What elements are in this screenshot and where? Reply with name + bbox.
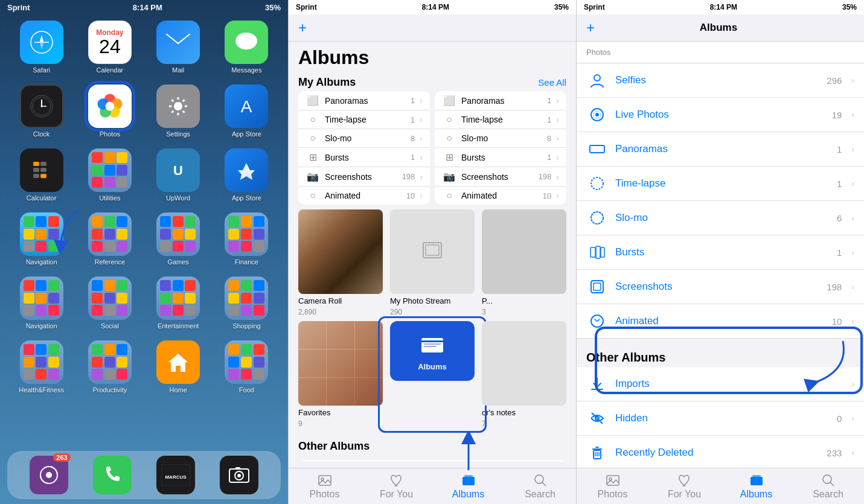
svg-rect-60 <box>590 145 604 153</box>
p-album-cell[interactable]: P... 3 <box>482 209 566 316</box>
favorites-name: Favorites <box>298 408 383 417</box>
hidden-detail-row[interactable]: Hidden 0 › <box>577 401 864 436</box>
other-albums-header-2: Other Albums <box>289 433 576 455</box>
notes-name: or's notes <box>482 408 566 417</box>
app-entertainment-folder[interactable]: Entertainment <box>147 276 210 330</box>
animated-row-left[interactable]: ○ Animated 10 › <box>298 187 430 205</box>
notes-thumb <box>482 321 566 406</box>
slomo-row-left[interactable]: ○ Slo-mo 8 › <box>298 129 430 148</box>
bursts-detail-row[interactable]: Bursts 1 › <box>577 235 864 270</box>
hidden-detail-chevron: › <box>851 413 854 423</box>
animated-detail-row[interactable]: Animated 10 › <box>577 304 864 339</box>
dock-camera-icon[interactable] <box>220 456 258 494</box>
imports-row[interactable]: ⬇ Imports 0 › <box>298 460 566 461</box>
albums-title: Albums <box>289 42 576 71</box>
selfies-icon <box>586 69 608 91</box>
svg-rect-43 <box>235 467 240 470</box>
app-nav2-folder[interactable]: Navigation <box>10 276 73 330</box>
app-home[interactable]: Home <box>147 340 210 394</box>
tab-photos-2[interactable]: Photos <box>289 473 360 500</box>
tab-search-3[interactable]: Search <box>792 473 864 500</box>
app-reference-folder[interactable]: Reference <box>78 212 141 266</box>
nav-bar-3: + Albums <box>577 14 864 42</box>
dock-podcast-icon[interactable]: 263 <box>30 456 68 494</box>
app-health-folder[interactable]: Health&Fitness <box>10 340 73 394</box>
tab-photos-3[interactable]: Photos <box>577 473 648 500</box>
app-finance-folder[interactable]: Finance <box>215 212 278 266</box>
bursts-row-right[interactable]: ⊞ Bursts 1 › <box>435 148 566 167</box>
svg-line-83 <box>830 482 834 486</box>
svg-point-11 <box>40 106 42 107</box>
tab-foryou-2[interactable]: For You <box>360 473 432 500</box>
timelapse-count-left: 1 <box>411 115 415 124</box>
bursts-name-left: Bursts <box>325 153 406 162</box>
selfies-chevron: › <box>851 75 854 85</box>
recently-deleted-detail-row[interactable]: Recently Deleted 233 › <box>577 436 864 470</box>
favorites-cell[interactable]: Favorites 9 <box>298 321 383 428</box>
camera-roll-cell[interactable]: Camera Roll 2,890 <box>298 209 383 316</box>
panoramas-detail-row[interactable]: Panoramas 1 › <box>577 132 864 167</box>
animated-detail-name: Animated <box>615 315 825 327</box>
screenshots-chevron-left: › <box>420 172 423 182</box>
app-shopping-folder[interactable]: Shopping <box>215 276 278 330</box>
slomo-detail-row[interactable]: Slo-mo 6 › <box>577 201 864 235</box>
app-photos[interactable]: Photos <box>78 85 141 138</box>
dock-movies-icon[interactable]: MARCUS <box>156 456 195 494</box>
timelapse-detail-row[interactable]: Time-lapse 1 › <box>577 167 864 201</box>
tab-search-2[interactable]: Search <box>504 473 576 500</box>
recently-deleted-detail-name: Recently Deleted <box>615 447 819 459</box>
app-social-folder[interactable]: Social <box>78 276 141 330</box>
mail-label: Mail <box>172 66 184 74</box>
screenshots-row-right[interactable]: 📷 Screenshots 198 › <box>435 167 566 187</box>
slomo-row-right[interactable]: ○ Slo-mo 8 › <box>435 129 566 148</box>
app-upword[interactable]: U UpWord <box>147 148 210 202</box>
timelapse-row-left[interactable]: ○ Time-lapse 1 › <box>298 110 430 129</box>
svg-point-42 <box>237 474 241 477</box>
app-games-folder[interactable]: Games <box>147 212 210 266</box>
app-appstore2[interactable]: App Store <box>215 148 278 202</box>
bursts-icon-right: ⊞ <box>442 152 456 163</box>
album-detail-list[interactable]: Selfies 296 › Live Photos 19 › <box>577 63 864 488</box>
tab-foryou-3[interactable]: For You <box>648 473 720 500</box>
battery-3: 35% <box>842 3 857 11</box>
svg-rect-28 <box>33 162 39 166</box>
app-settings[interactable]: Settings <box>147 85 210 138</box>
timelapse-chevron-left: › <box>420 115 423 124</box>
app-grid: Safari Monday 24 Calendar Mail Messages <box>0 14 288 400</box>
bursts-row-left[interactable]: ⊞ Bursts 1 › <box>298 148 430 167</box>
albums-plus-button[interactable]: + <box>298 19 307 36</box>
photo-stream-cell[interactable]: My Photo Stream 290 <box>390 209 475 316</box>
live-photos-row[interactable]: Live Photos 19 › <box>577 98 864 132</box>
app-food-folder[interactable]: Food <box>215 340 278 394</box>
app-productivity-folder[interactable]: Productivity <box>78 340 141 394</box>
app-appstore[interactable]: A App Store <box>215 85 278 138</box>
albums-plus-3[interactable]: + <box>586 19 595 36</box>
screenshots-detail-row[interactable]: Screenshots 198 › <box>577 270 864 304</box>
tab-albums-3[interactable]: Albums <box>720 473 792 500</box>
app-calendar[interactable]: Monday 24 Calendar <box>78 21 141 74</box>
tab-search-label-3: Search <box>813 489 843 500</box>
app-messages[interactable]: Messages <box>215 21 278 74</box>
app-utilities-folder[interactable]: Utilities <box>78 148 141 202</box>
selfies-row[interactable]: Selfies 296 › <box>577 63 864 98</box>
app-safari[interactable]: Safari <box>10 21 73 74</box>
notes-cell[interactable]: or's notes 7 <box>482 321 566 428</box>
screenshots-chevron-right: › <box>556 172 559 182</box>
timelapse-row-right[interactable]: ○ Time-lapse 1 › <box>435 110 566 129</box>
tab-albums-2[interactable]: Albums <box>432 473 504 500</box>
panoramas-row-right[interactable]: ⬜ Panoramas 1 › <box>435 91 566 110</box>
screenshots-row-left[interactable]: 📷 Screenshots 198 › <box>298 167 430 187</box>
see-all-button[interactable]: See All <box>538 77 566 88</box>
panoramas-row-left[interactable]: ⬜ Panoramas 1 › <box>298 91 430 110</box>
animated-row-right[interactable]: ○ Animated 10 › <box>435 187 566 205</box>
panoramas-icon-right: ⬜ <box>442 95 456 106</box>
app-mail[interactable]: Mail <box>147 21 210 74</box>
app-clock[interactable]: Clock <box>10 85 73 138</box>
albums-scroll[interactable]: ⬜ Panoramas 1 › ○ Time-lapse 1 › ○ Slo-m… <box>289 91 576 461</box>
app-calculator[interactable]: Calculator <box>10 148 73 202</box>
panel-3-inner: Sprint 8:14 PM 35% + Albums Photos <box>577 0 864 504</box>
dock-phone-icon[interactable] <box>93 456 132 494</box>
timelapse-detail-count: 1 <box>837 179 842 189</box>
albums-tab-cell[interactable]: Albums <box>390 321 475 428</box>
svg-point-54 <box>535 475 543 483</box>
